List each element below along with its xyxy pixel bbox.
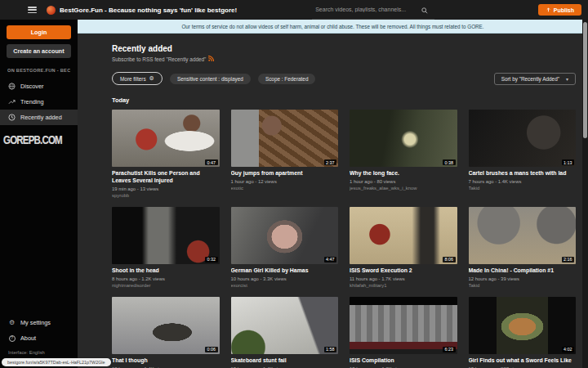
video-meta: 8 hours ago - 1.2K views	[112, 276, 220, 281]
video-thumbnail[interactable]: 4:02	[469, 297, 577, 354]
video-thumbnail[interactable]: 8:06	[350, 207, 457, 264]
video-thumbnail[interactable]: 6:23	[350, 297, 457, 354]
video-duration-badge: 4:02	[562, 347, 575, 352]
video-thumbnail[interactable]: 1:13	[469, 110, 577, 167]
video-channel[interactable]: Takid	[469, 283, 577, 288]
video-duration-badge: 8:06	[443, 257, 456, 263]
video-meta: 1 hour ago - 80 views	[350, 179, 457, 184]
video-duration-badge: 2:37	[324, 159, 337, 165]
sort-dropdown[interactable]: Sort by "Recently Added" ▾	[494, 73, 576, 85]
video-thumbnail[interactable]: 4:47	[231, 207, 339, 264]
sidebar-footer: ⚙ My settings ? About Interface: English	[0, 315, 78, 355]
rss-subtitle-text: Subscribe to RSS feed "Recently added"	[112, 56, 206, 62]
site-logo[interactable]	[47, 6, 56, 15]
video-thumbnail[interactable]: 2:37	[231, 110, 339, 167]
video-thumbnail[interactable]: 0:32	[112, 207, 220, 264]
video-title[interactable]: Parachutist Kills one Person and Leaves …	[112, 170, 220, 185]
video-channel[interactable]: exorcist	[231, 283, 339, 288]
video-card[interactable]: 1:58 Skateboard stunt fail 13 hours ago …	[231, 297, 339, 368]
video-thumbnail[interactable]: 1:58	[231, 297, 339, 354]
sidebar-item-about[interactable]: ? About	[0, 330, 78, 346]
video-title[interactable]: Girl Finds out what a Sword Feels Like	[469, 357, 577, 365]
terms-banner-text: Our terms of service do not allow videos…	[181, 24, 483, 29]
sidebar-item-recently-added[interactable]: Recently added	[0, 110, 78, 125]
video-channel[interactable]: khilafah_military1	[350, 283, 457, 288]
video-duration-badge: 1:13	[562, 159, 575, 165]
page-title: Recently added	[112, 44, 576, 53]
video-meta: 1 hour ago - 12 views	[231, 179, 339, 184]
video-channel[interactable]: Takid	[469, 186, 577, 191]
video-channel[interactable]: spyrobb	[112, 193, 220, 198]
video-title[interactable]: German Girl Killed by Hamas	[231, 267, 339, 275]
video-card[interactable]: 6:23 ISIS Compilation 13 hours ago - 1.2…	[350, 297, 457, 368]
more-filters-label: More filters	[120, 76, 146, 82]
sidebar-item-label: Recently added	[20, 114, 62, 121]
gore-logo-image: GOREPB.COM	[3, 134, 74, 146]
video-card[interactable]: 0:32 Shoot in the head 8 hours ago - 1.2…	[112, 207, 220, 288]
video-meta: 19 min ago - 13 views	[112, 186, 220, 191]
date-group-label: Today	[112, 96, 576, 104]
video-title[interactable]: Cartel brushes a mans teeth with lad	[469, 170, 577, 177]
video-thumbnail[interactable]: 0:38	[350, 110, 457, 167]
sidebar-item-label: Trending	[20, 98, 44, 105]
video-title[interactable]: Skateboard stunt fail	[231, 357, 339, 365]
sort-dropdown-label: Sort by "Recently Added"	[501, 76, 559, 82]
video-channel[interactable]: exotic	[231, 186, 339, 191]
video-card[interactable]: 4:47 German Girl Killed by Hamas 10 hour…	[231, 207, 339, 288]
video-title[interactable]: Why the long face.	[350, 170, 457, 177]
terms-banner: Our terms of service do not allow videos…	[78, 20, 588, 34]
video-duration-badge: 4:47	[324, 257, 337, 263]
search-icon[interactable]	[421, 2, 428, 17]
link-preview-tooltip: bestgore.fun/w/a5K97TDab-esL-HaFL21p7W2G…	[2, 358, 111, 366]
video-title[interactable]: Guy jumps from apartment	[231, 170, 339, 177]
filter-gear-icon: ⚙	[149, 75, 154, 82]
video-title[interactable]: Made In China! - Compilation #1	[469, 267, 577, 275]
video-meta: 12 hours ago - 39 views	[469, 276, 577, 281]
main-content: Recently added Subscribe to RSS feed "Re…	[78, 34, 582, 368]
video-card[interactable]: 2:37 Guy jumps from apartment 1 hour ago…	[231, 110, 339, 198]
video-duration-badge: 0:32	[205, 257, 218, 263]
create-account-button[interactable]: Create an account	[7, 44, 71, 58]
filter-pill-scope[interactable]: Scope : Federated	[258, 74, 316, 84]
scrollbar-track[interactable]	[582, 20, 588, 368]
video-channel[interactable]: nightmaredisorder	[112, 283, 220, 288]
video-channel[interactable]: jesus_freaks_alae_wks_i_know	[350, 186, 457, 191]
menu-toggle-icon[interactable]	[28, 7, 37, 13]
video-title[interactable]: Shoot in the head	[112, 267, 220, 275]
video-thumbnail[interactable]: 0:06	[112, 297, 220, 354]
video-card[interactable]: 8:06 ISIS Sword Execution 2 11 hours ago…	[350, 207, 457, 288]
sidebar-item-my-settings[interactable]: ⚙ My settings	[0, 315, 78, 330]
video-card[interactable]: 1:13 Cartel brushes a mans teeth with la…	[469, 110, 577, 198]
scrollbar-thumb[interactable]	[583, 22, 587, 138]
video-card[interactable]: 0:47 Parachutist Kills one Person and Le…	[112, 110, 220, 198]
search-bar[interactable]	[312, 1, 434, 20]
globe-icon	[8, 83, 16, 90]
login-button[interactable]: Login	[7, 25, 71, 39]
video-thumbnail[interactable]: 0:47	[112, 110, 220, 167]
video-title[interactable]: ISIS Sword Execution 2	[350, 267, 457, 275]
rss-icon[interactable]	[208, 56, 214, 62]
video-duration-badge: 1:58	[324, 347, 337, 352]
video-card[interactable]: 0:06 That I though 12 hours ago - 1.4K v…	[112, 297, 220, 368]
video-card[interactable]: 4:02 Girl Finds out what a Sword Feels L…	[469, 297, 577, 368]
video-duration-badge: 6:23	[443, 347, 456, 352]
filter-pill-sensitive[interactable]: Sensitive content : displayed	[170, 74, 251, 84]
sidebar-item-label: My settings	[20, 319, 51, 326]
video-card[interactable]: 2:16 Made In China! - Compilation #1 12 …	[469, 207, 577, 288]
video-title[interactable]: ISIS Compilation	[350, 357, 457, 365]
publish-button-label: Publish	[554, 7, 574, 13]
interface-language-label[interactable]: Interface: English	[0, 346, 78, 355]
rss-subtitle[interactable]: Subscribe to RSS feed "Recently added"	[112, 56, 576, 62]
video-meta: 7 hours ago - 1.4K views	[469, 179, 577, 184]
more-filters-button[interactable]: More filters ⚙	[112, 72, 163, 85]
video-meta: 10 hours ago - 3.3K views	[231, 276, 339, 281]
sidebar-item-discover[interactable]: Discover	[0, 79, 78, 94]
site-title[interactable]: BestGore.Fun - Because nothing says 'fun…	[60, 7, 237, 14]
video-card[interactable]: 0:38 Why the long face. 1 hour ago - 80 …	[350, 110, 457, 198]
video-thumbnail[interactable]: 2:16	[469, 207, 577, 264]
search-input[interactable]	[314, 6, 421, 13]
publish-button[interactable]: Publish	[538, 4, 581, 16]
filters-row: More filters ⚙ Sensitive content : displ…	[112, 72, 576, 85]
sidebar-item-trending[interactable]: Trending	[0, 94, 78, 110]
video-title[interactable]: That I though	[112, 357, 220, 365]
